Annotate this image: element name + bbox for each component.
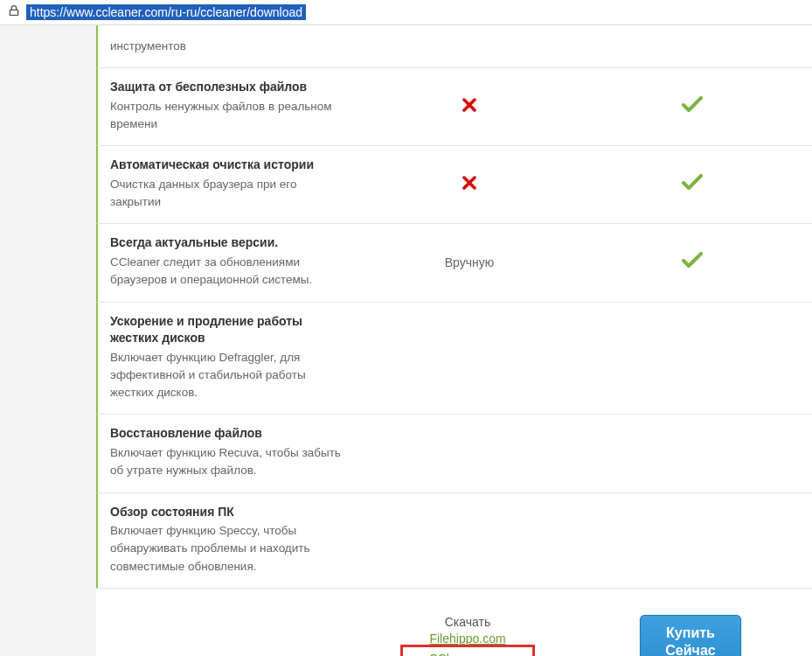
feature-desc: Контроль ненужных файлов в реальном врем… (110, 98, 348, 134)
pro-cell (579, 415, 806, 492)
feature-cell: Ускорение и продление работы жестких дис… (98, 303, 360, 415)
feature-cell: Всегда актуальные версии.CCleaner следит… (98, 224, 360, 301)
free-cell (360, 25, 579, 67)
free-cell (360, 146, 579, 223)
table-row: Ускорение и продление работы жестких дис… (96, 303, 812, 415)
footer-row: Скачать Filehippo.com CCleaner.com Купит… (96, 589, 812, 656)
feature-title: Защита от бесполезных файлов (110, 79, 348, 96)
check-icon (682, 96, 703, 117)
manual-text: Вручную (445, 255, 495, 269)
feature-desc: Включает функцию Defraggler, для эффекти… (110, 349, 348, 402)
buy-now-button[interactable]: Купить Сейчас (640, 615, 740, 656)
feature-desc: инструментов (110, 38, 348, 55)
table-row: Обзор состояния ПКВключает функцию Specc… (96, 493, 812, 589)
feature-title: Всегда актуальные версии. (110, 234, 348, 252)
ccleaner-link[interactable]: CCleaner.com (429, 651, 507, 657)
download-column: Скачать Filehippo.com CCleaner.com (358, 615, 577, 656)
feature-title: Восстановление файлов (110, 425, 348, 443)
comparison-table: инструментовЗащита от бесполезных файлов… (96, 25, 812, 656)
x-icon (462, 98, 476, 115)
free-cell (360, 303, 579, 415)
lock-icon (7, 3, 21, 21)
free-cell (360, 493, 579, 588)
download-label: Скачать (358, 615, 577, 629)
check-icon (682, 174, 703, 195)
pro-cell (579, 493, 806, 588)
x-icon (462, 176, 476, 193)
feature-cell: Автоматическая очистка историиОчистка да… (98, 146, 360, 223)
pro-cell (579, 68, 806, 145)
address-bar[interactable]: https://www.ccleaner.com/ru-ru/ccleaner/… (0, 0, 812, 25)
feature-cell: Обзор состояния ПКВключает функцию Specc… (98, 493, 360, 588)
svg-rect-0 (10, 10, 17, 15)
buy-column: Купить Сейчас ₽850₽690 (577, 615, 804, 656)
feature-desc: CCleaner следит за обновлениями браузеро… (110, 254, 348, 290)
free-cell (360, 68, 579, 145)
feature-desc: Очистка данных браузера при его закрытии (110, 176, 348, 212)
highlight-box: CCleaner.com (400, 645, 536, 657)
pro-cell (579, 224, 806, 301)
pro-cell (579, 303, 806, 415)
free-cell: Вручную (360, 224, 579, 301)
url-text[interactable]: https://www.ccleaner.com/ru-ru/ccleaner/… (26, 4, 306, 20)
table-row: Автоматическая очистка историиОчистка да… (96, 146, 812, 224)
check-icon (682, 252, 703, 273)
feature-title: Автоматическая очистка истории (110, 157, 348, 174)
table-row: Восстановление файловВключает функцию Re… (96, 415, 812, 492)
table-row: Защита от бесполезных файловКонтроль нен… (96, 68, 812, 146)
feature-desc: Включает функцию Speccy, чтобы обнаружив… (110, 522, 348, 576)
feature-desc: Включает функцию Recuva, чтобы забыть об… (110, 444, 348, 480)
feature-title: Обзор состояния ПК (110, 504, 348, 521)
feature-cell: Восстановление файловВключает функцию Re… (98, 415, 360, 492)
feature-cell: Защита от бесполезных файловКонтроль нен… (98, 68, 360, 145)
feature-cell: инструментов (98, 25, 360, 67)
feature-title: Ускорение и продление работы жестких дис… (110, 313, 348, 347)
pro-cell (579, 25, 806, 67)
table-row: Всегда актуальные версии.CCleaner следит… (96, 224, 812, 302)
pro-cell (579, 146, 806, 223)
table-row: инструментов (96, 25, 812, 68)
free-cell (360, 415, 579, 492)
